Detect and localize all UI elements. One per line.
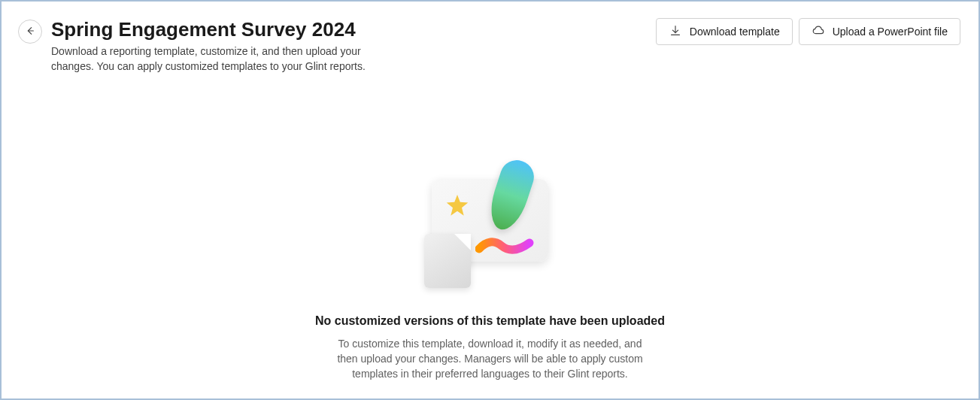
download-button-label: Download template [690,26,780,38]
upload-button-label: Upload a PowerPoint file [833,26,948,38]
page-title: Spring Engagement Survey 2024 [51,18,382,41]
page-subtitle: Download a reporting template, customize… [51,44,382,74]
cloud-upload-icon [812,24,825,40]
arrow-left-icon [25,26,35,38]
empty-state-illustration [423,156,558,292]
empty-state-description: To customize this template, download it,… [336,337,645,381]
download-icon [669,24,682,40]
upload-powerpoint-button[interactable]: Upload a PowerPoint file [799,18,960,45]
download-template-button[interactable]: Download template [656,18,793,45]
back-button[interactable] [18,20,42,44]
empty-state-title: No customized versions of this template … [315,314,665,328]
empty-state: No customized versions of this template … [2,156,978,381]
